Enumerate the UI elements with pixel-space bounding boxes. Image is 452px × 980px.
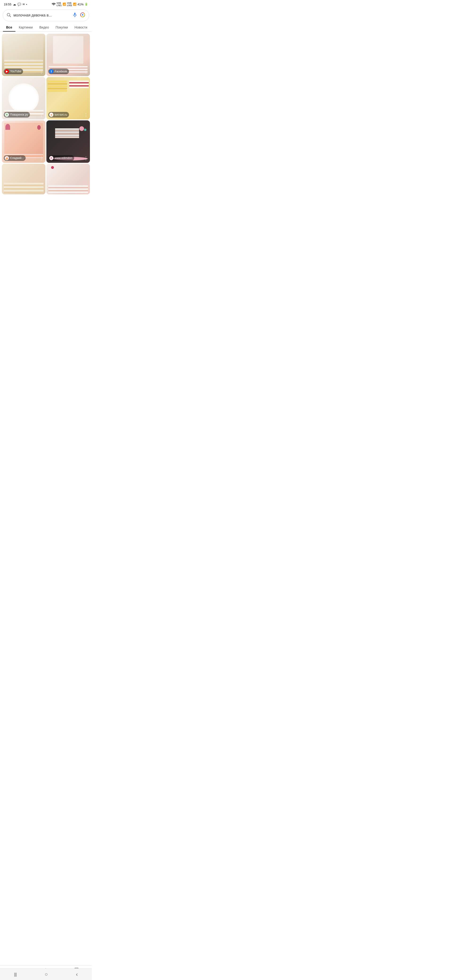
tab-news[interactable]: Новости [71,23,90,32]
search-query-text[interactable]: молочная девочка в... [13,13,70,18]
card-2-more-btn[interactable]: ⋮ [83,68,89,75]
dot-icon: ● [26,3,27,5]
youtube-favicon: ▶ [5,69,9,73]
tab-all[interactable]: Все [3,23,16,32]
google-lens-icon[interactable] [80,12,86,19]
search-bar-container: молочная девочка в... [0,8,92,21]
svg-rect-2 [74,13,76,15]
grid-card-5[interactable]: 🍰 Сладкий... ⋮ [2,120,46,163]
cake-image-8 [46,164,90,194]
grid-card-8[interactable] [46,164,90,194]
status-right-icons: VOl)LTE1 📶 VOl)LTE2 📶 41% 🔋 [52,2,88,6]
card-5-more-btn[interactable]: ⋮ [39,155,44,161]
facebook-favicon: f [49,69,54,73]
svg-line-1 [10,16,11,17]
time-display: 19:55 [4,3,11,6]
battery-icon: 🔋 [84,3,88,6]
card-6-more-btn[interactable]: ⋮ [83,155,89,161]
grid-card-4[interactable]: 🎂 tort-tort.ru ⋮ [46,77,90,119]
status-time-area: 19:55 ☁ 💬 ✉ ● [4,3,27,6]
signal2-icon: 📶 [73,3,76,6]
grid-card-3[interactable]: П Поваренок.ру ⋮ [2,77,46,119]
sladky-favicon: 🍰 [5,156,9,160]
lte1-icon: VOl)LTE1 [57,2,62,6]
card-3-more-btn[interactable]: ⋮ [39,112,44,118]
cake-image-7 [2,164,46,194]
back-btn[interactable]: ‹ [71,970,82,978]
card-4-more-btn[interactable]: ⋮ [83,112,89,118]
card-2-source-name: Facebook [55,70,67,73]
cloud-icon: ☁ [13,3,16,6]
card-3-source-name: Поваренок.ру [10,113,28,116]
grid-card-6[interactable]: Е www.edimdon ⋮ [46,120,90,163]
grid-card-2[interactable]: f Facebook ⋮ [46,34,90,76]
card-4-source-name: tort-tort.ru [55,113,67,116]
content-area: ▶ YouTube ⋮ [0,32,92,225]
card-4-source: 🎂 tort-tort.ru [48,112,69,118]
card-6-source: Е www.edimdon [48,155,74,161]
search-bar[interactable]: молочная девочка в... [3,10,89,21]
home-btn[interactable]: ○ [40,970,52,978]
lte2-icon: VOl)LTE2 [67,2,72,6]
tab-images[interactable]: Картинки [16,23,36,32]
grid-card-1[interactable]: ▶ YouTube ⋮ [2,34,46,76]
tabs-bar: Все Картинки Видео Покупки Новости [0,23,92,32]
card-3-source: П Поваренок.ру [4,112,30,118]
card-1-more-btn[interactable]: ⋮ [39,68,44,75]
card-2-source: f Facebook [48,68,69,74]
voice-search-icon[interactable] [72,12,78,18]
android-nav-bar: ||| ○ ‹ [0,969,92,980]
edimdon-favicon: Е [49,156,54,160]
pov-favicon: П [5,113,9,117]
email-icon: ✉ [22,3,25,6]
tab-shopping[interactable]: Покупки [52,23,71,32]
whatsapp-icon: 💬 [17,3,21,6]
recent-apps-btn[interactable]: ||| [10,971,21,978]
battery-percent: 41% [78,3,84,6]
tab-video[interactable]: Видео [36,23,52,32]
card-5-source-name: Сладкий... [10,156,24,160]
image-grid: ▶ YouTube ⋮ [0,32,92,194]
status-bar: 19:55 ☁ 💬 ✉ ● VOl)LTE1 📶 VOl)LTE2 📶 41% … [0,0,92,8]
card-1-source: ▶ YouTube [4,68,23,74]
search-magnifier-icon [6,13,11,18]
card-5-source: 🍰 Сладкий... [4,155,26,161]
svg-point-5 [82,14,83,16]
card-1-source-name: YouTube [10,70,21,73]
signal1-icon: 📶 [63,3,66,6]
wifi-icon [52,3,56,6]
grid-card-7[interactable] [2,164,46,194]
card-6-source-name: www.edimdon [55,156,72,160]
tort-favicon: 🎂 [49,113,54,117]
